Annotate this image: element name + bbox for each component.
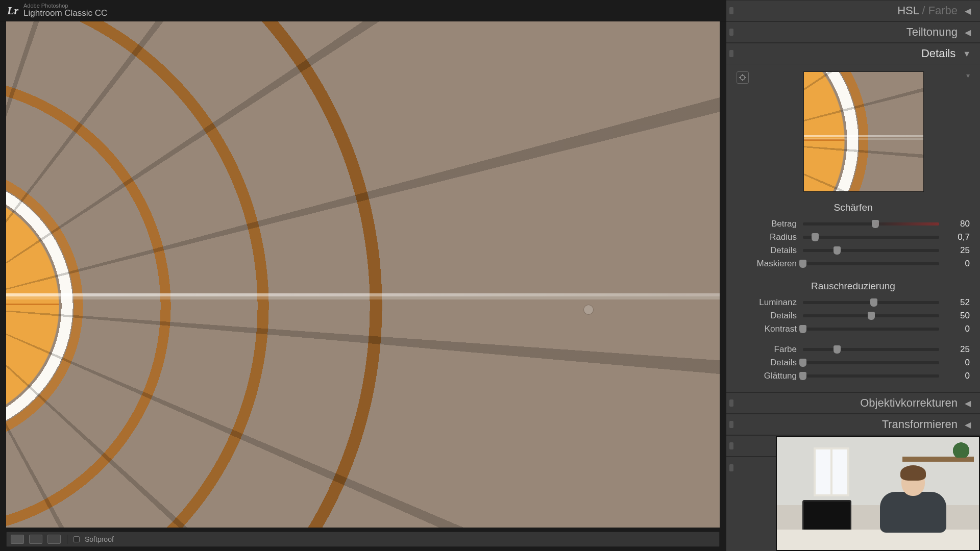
app-logo: Lr [7,4,18,17]
crosshair-icon [739,74,746,81]
panel-switch-icon[interactable] [729,7,733,14]
panel-header-hsl[interactable]: HSL / Farbe ◀ [726,0,980,21]
slider-track[interactable] [803,348,939,351]
hand-cursor-icon [584,305,593,314]
slider-label: Maskieren [737,259,797,269]
slider-label: Details [737,245,797,256]
slider-kontrast[interactable]: Kontrast 0 [737,322,970,336]
panel-switch-icon[interactable] [729,399,733,407]
slider-track[interactable] [803,314,939,317]
panel-title-details: Details [921,47,955,60]
slider-label: Details [737,311,797,321]
panel-header-transformieren[interactable]: Transformieren ◀ [726,414,980,435]
slider-label: Glättung [737,371,797,381]
panel-title-sep: / [919,4,928,17]
slider-label: Radius [737,232,797,242]
slider-value[interactable]: 25 [945,344,970,355]
softproof-checkbox[interactable] [74,536,80,542]
slider-track[interactable] [803,222,939,226]
slider-handle-icon[interactable] [834,345,841,354]
softproof-label: Softproof [85,535,114,543]
slider-details-luminanz[interactable]: Details 50 [737,309,970,322]
app-name: Lightroom Classic CC [23,9,107,18]
panel-title-teiltonung: Teiltonung [906,26,958,39]
preview-image [6,21,720,528]
section-heading-sharpen: Schärfen [737,202,970,213]
slider-handle-icon[interactable] [872,220,879,228]
slider-track[interactable] [803,328,939,331]
slider-value[interactable]: 0 [945,324,970,334]
panel-header-details[interactable]: Details ▼ [726,43,980,64]
detail-target-picker-button[interactable] [737,71,749,84]
slider-maskieren[interactable]: Maskieren 0 [737,257,970,270]
slider-track[interactable] [803,301,939,304]
slider-label: Details [737,358,797,368]
slider-label: Betrag [737,219,797,229]
panel-title-transformieren: Transformieren [882,418,958,431]
slider-handle-icon[interactable] [870,298,877,307]
panel-header-objektivkorrekturen[interactable]: Objektivkorrekturen ◀ [726,392,980,414]
view-mode-survey-button[interactable] [47,535,61,544]
panel-switch-icon[interactable] [729,50,733,57]
slider-label: Farbe [737,344,797,355]
panel-header-teiltonung[interactable]: Teiltonung ◀ [726,21,980,43]
slider-handle-icon[interactable] [868,312,875,320]
thumbnail-image [803,71,924,192]
slider-value[interactable]: 0,7 [945,232,970,242]
panel-switch-icon[interactable] [729,421,733,428]
slider-value[interactable]: 0 [945,259,970,269]
slider-glaettung[interactable]: Glättung 0 [737,369,970,383]
collapse-left-icon: ◀ [965,420,971,430]
titlebar: Lr Adobe Photoshop Lightroom Classic CC [0,0,726,21]
toolbar-separator [67,535,67,544]
slider-handle-icon[interactable] [799,372,806,380]
slider-value[interactable]: 25 [945,245,970,256]
view-mode-compare-button[interactable] [29,535,42,544]
panel-body-details: ▾ Schärfen Betrag 80 Radius 0,7 Details … [726,64,980,392]
slider-details-sharpen[interactable]: Details 25 [737,244,970,257]
slider-handle-icon[interactable] [834,246,841,255]
slider-value[interactable]: 52 [945,297,970,308]
collapse-left-icon: ◀ [965,6,971,16]
panel-title-hsl: HSL [897,4,919,17]
panel-switch-icon[interactable] [729,29,733,36]
slider-label: Kontrast [737,324,797,334]
detail-disclosure-icon[interactable]: ▾ [966,71,970,80]
slider-handle-icon[interactable] [799,260,806,268]
slider-details-farbe[interactable]: Details 0 [737,356,970,369]
slider-handle-icon[interactable] [799,325,806,333]
panel-switch-icon [729,464,733,471]
slider-betrag[interactable]: Betrag 80 [737,217,970,231]
slider-value[interactable]: 0 [945,358,970,368]
section-heading-noise: Rauschreduzierung [737,281,970,292]
slider-handle-icon[interactable] [812,233,819,241]
webcam-image [777,437,979,550]
panel-switch-icon[interactable] [729,442,733,449]
slider-track[interactable] [803,249,939,252]
slider-value[interactable]: 80 [945,219,970,229]
webcam-overlay [776,436,980,551]
slider-label: Luminanz [737,297,797,308]
image-preview[interactable] [6,21,720,528]
slider-value[interactable]: 50 [945,311,970,321]
panel-title-objektivkorrekturen: Objektivkorrekturen [860,396,958,410]
slider-radius[interactable]: Radius 0,7 [737,231,970,244]
collapse-left-icon: ◀ [965,398,971,408]
slider-track[interactable] [803,361,939,364]
panel-title-farbe: Farbe [928,4,958,17]
collapse-left-icon: ◀ [965,28,971,37]
slider-luminanz[interactable]: Luminanz 52 [737,296,970,309]
slider-track[interactable] [803,374,939,378]
collapse-down-icon: ▼ [963,49,971,59]
slider-track[interactable] [803,236,939,239]
view-mode-loupe-button[interactable] [11,535,24,544]
bottom-toolbar: Softproof [6,532,720,547]
slider-track[interactable] [803,262,939,265]
svg-point-0 [741,76,745,80]
slider-handle-icon[interactable] [799,359,806,367]
slider-value[interactable]: 0 [945,371,970,381]
slider-farbe[interactable]: Farbe 25 [737,343,970,356]
detail-zoom-thumbnail[interactable] [803,71,924,192]
